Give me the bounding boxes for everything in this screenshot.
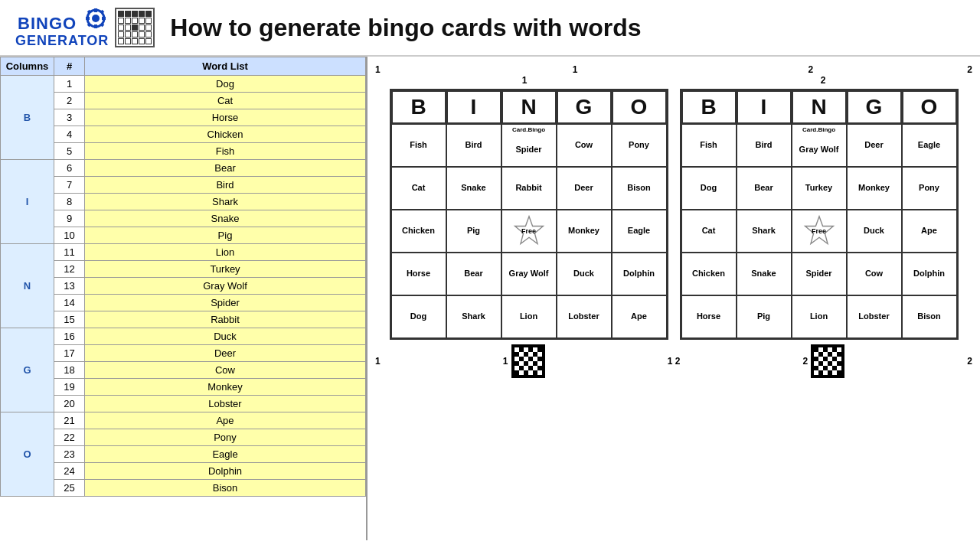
bingo-body-row: DogBearTurkeyMonkeyPony (681, 167, 957, 210)
cell-text: Cow (575, 140, 593, 150)
bingo-cell: Free (501, 210, 557, 253)
bingo-card-2: BINGOFishBirdCard.BingoGray WolfDeerEagl… (680, 89, 959, 340)
cell-text: Gray Wolf (509, 269, 549, 279)
row-word: Cow (85, 362, 366, 379)
bingo-cell: Chicken (681, 253, 737, 295)
cell-text: Rabbit (515, 183, 541, 193)
bingo-cell: Pony (612, 124, 667, 167)
row-num: 19 (54, 379, 85, 396)
cards-wrapper: 1 1 2 2 1 2 BINGOFishBirdCard.BingoSpide… (379, 64, 969, 378)
bingo-cell: Bear (737, 167, 792, 210)
cell-text: Deer (864, 140, 883, 150)
cell-text: Cat (702, 226, 716, 236)
card2-bottom-num: 2 (802, 356, 808, 367)
row-num: 23 (54, 446, 85, 463)
row-num: 5 (54, 143, 85, 160)
card-bingo-label: Card.Bingo (802, 126, 835, 134)
row-word: Bird (85, 177, 366, 194)
bingo-cell: Chicken (391, 210, 446, 253)
row-word: Rabbit (85, 311, 366, 328)
cell-text: Ape (921, 226, 937, 236)
row-word: Fish (85, 143, 366, 160)
cell-text: Turkey (805, 183, 832, 193)
bingo-cards-panel: 1 1 2 2 1 2 BINGOFishBirdCard.BingoSpide… (368, 57, 980, 540)
row-word: Horse (85, 109, 366, 126)
cell-text: Monkey (858, 183, 890, 193)
cell-text: Pig (757, 311, 770, 321)
cell-text: Dolphin (913, 269, 945, 279)
card1-bottom-block: 1 (503, 344, 545, 378)
qr-code-2 (811, 344, 844, 378)
card-number-row: 1 2 (375, 75, 972, 86)
row-num: 22 (54, 429, 85, 446)
bingo-cell: Deer (847, 124, 902, 167)
cell-text: Pony (919, 183, 939, 193)
svg-rect-4 (86, 17, 90, 20)
row-num: 17 (54, 345, 85, 362)
bingo-cell: Spider (792, 253, 847, 295)
cell-text: Lion (520, 311, 537, 321)
bingo-cell: Pony (902, 167, 957, 210)
bingo-cell: Bison (612, 167, 667, 210)
bingo-cell: Lobster (847, 295, 902, 338)
cell-text: Bird (466, 140, 482, 150)
svg-rect-3 (94, 24, 97, 28)
letter-cell-g: G (1, 328, 54, 412)
top-mid-1: 1 (573, 64, 578, 75)
bingo-cell: Snake (446, 167, 501, 210)
logo-text: BINGO (18, 8, 106, 33)
letter-cell-b: B (1, 76, 54, 160)
bingo-header-cell: B (391, 90, 446, 124)
bingo-header-cell: O (612, 90, 667, 124)
card1-bottom-num: 1 (503, 356, 508, 367)
row-num: 13 (54, 278, 85, 295)
row-num: 3 (54, 109, 85, 126)
cell-text: Bird (756, 140, 773, 150)
row-word: Bison (85, 480, 366, 497)
bingo-cell: Horse (391, 253, 446, 295)
cell-text: Pony (629, 140, 649, 150)
row-num: 10 (54, 227, 85, 244)
row-word: Deer (85, 345, 366, 362)
bingo-card-1: BINGOFishBirdCard.BingoSpiderCowPonyCatS… (390, 89, 668, 340)
top-mid-2: 2 (808, 64, 814, 75)
row-num: 21 (54, 412, 85, 429)
bingo-cell: Bison (902, 295, 957, 338)
gear-icon (85, 8, 106, 29)
bingo-header-cell: G (557, 90, 612, 124)
cell-text: Gray Wolf (799, 145, 839, 155)
row-num: 25 (54, 480, 85, 497)
row-word: Eagle (85, 446, 366, 463)
cell-text: Spider (805, 269, 831, 279)
bingo-body-row: CatSharkFreeDuckApe (681, 210, 957, 253)
card1-wrapper: BINGOFishBirdCard.BingoSpiderCowPonyCatS… (390, 89, 668, 340)
two-cards: BINGOFishBirdCard.BingoSpiderCowPonyCatS… (390, 89, 959, 340)
bingo-cell: Cat (391, 167, 446, 210)
row-word: Duck (85, 328, 366, 345)
row-word: Bear (85, 160, 366, 177)
bingo-cell: Shark (446, 295, 501, 338)
letter-cell-o: O (1, 412, 54, 497)
bingo-cell: Gray Wolf (501, 253, 557, 295)
bingo-header-cell: B (681, 90, 737, 124)
bingo-body-row: ChickenSnakeSpiderCowDolphin (681, 253, 957, 295)
bingo-cell: Dolphin (902, 253, 957, 295)
bingo-cell: Fish (391, 124, 446, 167)
cell-text: Lion (810, 311, 828, 321)
bingo-header-cell: I (737, 90, 792, 124)
letter-cell-n: N (1, 244, 54, 328)
row-num: 12 (54, 261, 85, 278)
row-num: 16 (54, 328, 85, 345)
card1-top-num: 1 (522, 75, 528, 86)
page-title: How to generate bingo cards with words (170, 14, 641, 42)
bingo-header-cell: N (501, 90, 557, 124)
bingo-cell: Turkey (792, 167, 847, 210)
row-num: 20 (54, 396, 85, 412)
cell-text: Spider (515, 145, 541, 155)
bingo-cell: Bird (446, 124, 501, 167)
col-header-wordlist: Word List (85, 57, 366, 76)
cell-text: Horse (407, 269, 430, 279)
cell-text: Lobster (858, 311, 889, 321)
bingo-cell: Lion (792, 295, 847, 338)
cell-text: Cat (412, 183, 426, 193)
